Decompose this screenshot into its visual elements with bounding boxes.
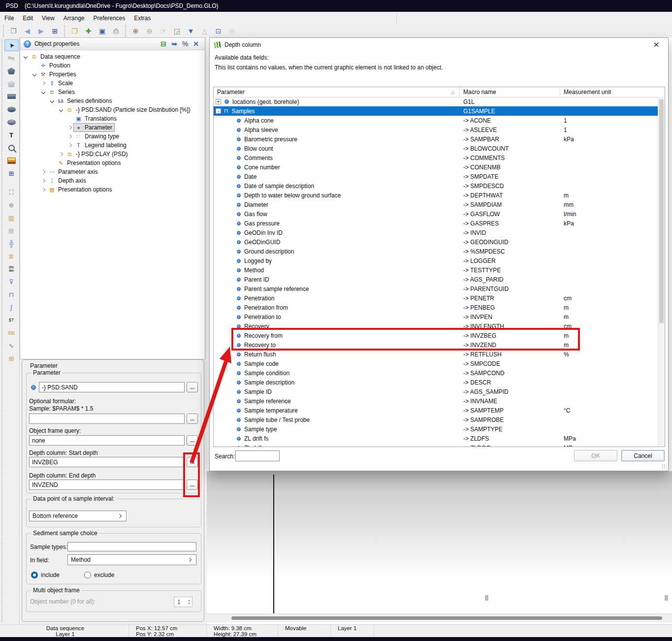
table-row[interactable]: Penetration from-> PENBEGm [214, 303, 658, 312]
table-row[interactable]: Parent ID-> AGS_PARID [214, 275, 658, 284]
search-input[interactable] [235, 450, 280, 461]
tree-expander-icon[interactable] [31, 73, 38, 76]
sort-descending-icon[interactable]: ▼ [185, 25, 197, 37]
depth-scale-icon[interactable]: 2m4m [4, 263, 19, 275]
table-row[interactable]: Blow count-> BLOWCOUNT [214, 144, 658, 153]
start-depth-browse-button[interactable]: ... [187, 457, 198, 467]
help-icon[interactable]: ? [24, 40, 31, 48]
tree-expander-icon[interactable] [58, 153, 64, 156]
image-tool[interactable] [4, 155, 19, 166]
table-row[interactable]: ZL drift qc-> ZLDQCMPa [214, 443, 658, 447]
table-row[interactable]: Sample code-> SMPCODE [214, 359, 658, 368]
sample-types-field[interactable] [67, 542, 196, 551]
zoom-window-icon[interactable]: ⊡ [212, 25, 224, 37]
tree-expander-icon[interactable] [66, 135, 73, 138]
table-vertical-scrollbar[interactable] [658, 97, 665, 447]
menu-file[interactable]: File [0, 12, 18, 24]
tree-item[interactable]: ⇕Scale [20, 79, 205, 88]
table-row[interactable]: Diameter-> SAMPDIAMmm [214, 200, 658, 209]
new-document-icon[interactable]: ✚ [82, 25, 95, 37]
table-row[interactable]: ZL drift fs-> ZLDFSMPa [214, 434, 658, 443]
new-page-icon[interactable]: ❐ [7, 25, 20, 37]
tile-windows-icon[interactable]: ⊞ [49, 25, 61, 37]
table-row[interactable]: Comments-> COMMENTS [214, 153, 658, 162]
cancel-button[interactable]: Cancel [621, 450, 665, 461]
tree-item[interactable]: ●Parameter [20, 123, 205, 132]
parameter-field[interactable] [39, 382, 185, 392]
tree-item[interactable]: ▦Presentation options [20, 185, 205, 194]
table-row[interactable]: Ground description-> %SMPDESC [214, 247, 658, 256]
resize-grip[interactable] [662, 464, 667, 469]
menu-edit[interactable]: Edit [18, 12, 37, 24]
tree-item[interactable]: 1.2.Series definitions [20, 96, 205, 105]
tree-item[interactable]: ✛Position [20, 61, 205, 70]
table-row[interactable]: Sample condition-> SAMPCOND [214, 368, 658, 378]
column-profile-icon[interactable]: ▥ [4, 212, 19, 224]
scrollbar-thumb[interactable] [231, 616, 662, 620]
stepper-arrows-icon[interactable]: ▲▼ [186, 599, 192, 605]
connector-tool[interactable]: ☍ [4, 52, 19, 64]
curve-profile-icon[interactable]: ∫ [4, 301, 19, 313]
selection-handle[interactable] [485, 595, 488, 601]
object-structure-icon[interactable]: % [180, 40, 191, 48]
polygon-tool[interactable] [4, 78, 19, 90]
tree-expander-icon[interactable] [58, 108, 64, 111]
close-icon[interactable]: ✕ [649, 40, 664, 49]
pointer-tool[interactable]: ➤ [4, 39, 19, 51]
table-row[interactable]: Sample description-> DESCR [214, 378, 658, 387]
pentagon-tool[interactable] [4, 65, 19, 77]
select-objects-tool[interactable]: ⊛ [4, 199, 19, 211]
pan-hand-icon[interactable]: ☞ [157, 25, 169, 37]
zoom-in-icon[interactable]: ⊕ [129, 25, 142, 37]
table-row[interactable]: Logged by-> LOGGER [214, 256, 658, 265]
tree-expander-icon[interactable] [40, 170, 47, 173]
circle-tool[interactable] [4, 116, 19, 128]
zoom-page-icon[interactable]: ◲ [171, 25, 183, 37]
close-panel-icon[interactable]: ✕ [191, 40, 201, 48]
pick-object-icon[interactable]: ➥ [169, 40, 180, 48]
zoom-previous-icon[interactable]: ⊟ [226, 25, 238, 37]
tree-expander-icon[interactable] [66, 126, 73, 129]
menu-view[interactable]: View [37, 12, 59, 24]
table-row[interactable]: Depth to water below ground surface-> DE… [214, 191, 658, 200]
water-level-icon[interactable]: ⊽ [4, 276, 19, 288]
save-icon[interactable]: ▣ [96, 25, 108, 37]
table-row[interactable]: Method-> TESTTYPE [214, 265, 658, 275]
table-row[interactable]: Sample temperature-> SAMPTEMP°C [214, 406, 658, 415]
select-frame-tool[interactable]: ⛶ [4, 186, 19, 198]
table-row[interactable]: Gas flow-> GASFLOWl/min [214, 209, 658, 219]
tree-expander-icon[interactable] [40, 82, 47, 85]
tree-item[interactable]: ⧉-} PSD:CLAY (PSD) [20, 150, 205, 159]
table-row[interactable]: Date of sample description-> SMPDESCD [214, 181, 658, 191]
tree-item[interactable]: TLegend labeling [20, 141, 205, 150]
rectangle-tool[interactable] [4, 91, 19, 102]
menu-arrange[interactable]: Arrange [59, 12, 89, 24]
optional-formular-browse-button[interactable]: ... [187, 414, 198, 424]
grid-icon[interactable]: ▦ [4, 224, 19, 236]
zoom-out-icon[interactable]: ⊖ [143, 25, 156, 37]
zoom-tool[interactable] [4, 142, 19, 154]
table-row[interactable]: Gas pressure-> GASPRESkPa [214, 219, 658, 228]
ellipse-tool[interactable] [4, 103, 19, 115]
table-row[interactable]: GeODin Inv ID-> INVID [214, 228, 658, 237]
tree-item[interactable]: ▣Translations [20, 114, 205, 123]
table-row[interactable]: Recovery-> INVLENGTHcm [214, 321, 658, 331]
ok-button[interactable]: OK [574, 450, 617, 461]
open-file-icon[interactable]: ❒ [68, 25, 81, 37]
sort-ascending-icon[interactable]: △ [198, 25, 211, 37]
tree-item[interactable]: ⧉-} PSD:SAND (Particle size Distribution… [20, 105, 205, 114]
collapse-icon[interactable]: - [216, 108, 221, 114]
table-row[interactable]: Recovery from-> INVZBEGm [214, 331, 658, 340]
frame-tool[interactable]: ⊞ [4, 167, 19, 179]
column-header-macro-name[interactable]: Macro name [459, 87, 560, 97]
tree-expander-icon[interactable] [40, 188, 47, 191]
menu-preferences[interactable]: Preferences [89, 12, 130, 24]
properties-list-icon[interactable]: ⊟ [158, 40, 169, 48]
exclude-radio[interactable] [84, 572, 91, 578]
column-header-parameter[interactable]: Parameter △ [214, 87, 459, 97]
table-row[interactable]: Date-> SMPDATE [214, 172, 658, 181]
end-depth-field[interactable] [29, 480, 185, 490]
back-icon[interactable]: ◀ [21, 25, 33, 37]
expand-icon[interactable]: + [216, 99, 221, 104]
tree-item[interactable]: ∷Drawing type [20, 132, 205, 141]
